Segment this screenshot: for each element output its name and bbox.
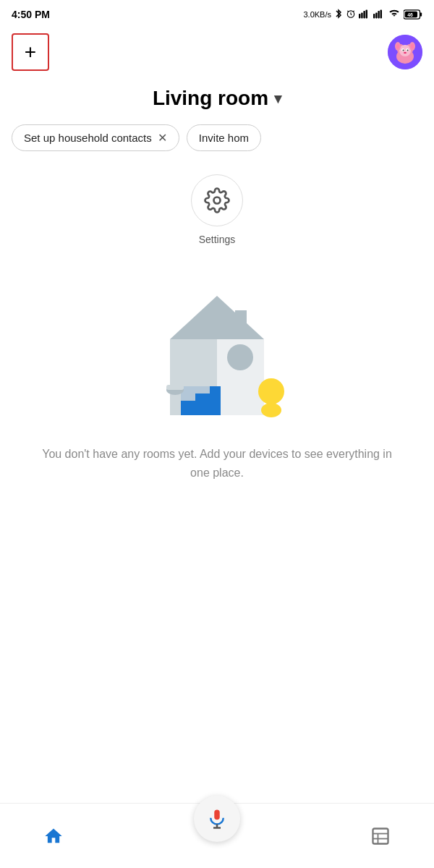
svg-rect-3	[363, 11, 365, 18]
svg-rect-39	[235, 310, 247, 332]
svg-rect-6	[375, 12, 377, 18]
menu-icon	[370, 826, 391, 846]
alarm-icon	[346, 9, 356, 20]
empty-state-text: You don't have any rooms yet. Add your d…	[0, 445, 434, 482]
svg-rect-8	[380, 9, 382, 18]
status-time: 4:50 PM	[12, 9, 50, 20]
home-title-text: Living room	[153, 87, 268, 110]
svg-point-25	[396, 44, 399, 49]
settings-label: Settings	[199, 234, 236, 245]
signal-2-icon	[373, 9, 385, 20]
status-bar: 4:50 PM 3.0KB/s 46	[0, 0, 434, 29]
home-title-section: Living room ▾	[0, 75, 434, 119]
invite-home-chip[interactable]: Invite hom	[187, 124, 261, 151]
dropdown-arrow-icon: ▾	[274, 90, 281, 107]
svg-rect-10	[420, 12, 422, 16]
bottom-nav	[0, 803, 434, 868]
empty-state: You don't have any rooms yet. Add your d…	[0, 445, 434, 482]
svg-rect-4	[366, 9, 367, 18]
battery-icon: 46	[404, 9, 422, 20]
svg-rect-7	[378, 11, 379, 18]
svg-rect-38	[166, 385, 184, 390]
chip-close-icon[interactable]: ✕	[158, 131, 167, 145]
svg-rect-2	[361, 12, 362, 18]
svg-text:46: 46	[407, 12, 413, 17]
gear-icon	[204, 187, 230, 213]
home-icon	[43, 826, 64, 846]
add-button[interactable]: +	[12, 33, 49, 71]
nav-menu[interactable]	[370, 826, 391, 846]
chip-label-1: Set up household contacts	[24, 132, 152, 144]
svg-rect-43	[373, 828, 388, 843]
wifi-icon	[388, 9, 401, 20]
svg-point-21	[407, 50, 409, 51]
settings-section: Settings	[0, 157, 434, 251]
chips-row: Set up household contacts ✕ Invite hom	[0, 119, 434, 157]
household-contacts-chip[interactable]: Set up household contacts ✕	[12, 124, 179, 151]
mic-icon	[206, 808, 228, 830]
svg-rect-31	[217, 386, 264, 415]
home-title[interactable]: Living room ▾	[153, 87, 281, 110]
mic-container	[194, 796, 240, 842]
svg-rect-28	[170, 339, 217, 386]
plus-icon: +	[25, 42, 36, 62]
svg-rect-40	[214, 810, 220, 820]
svg-point-35	[258, 378, 284, 404]
mic-button[interactable]	[194, 796, 240, 842]
svg-rect-5	[373, 14, 375, 18]
house-illustration	[123, 274, 311, 433]
nav-home[interactable]	[43, 826, 64, 846]
svg-point-17	[399, 45, 411, 56]
svg-point-26	[411, 44, 414, 49]
svg-point-36	[261, 403, 281, 417]
signal-1-icon	[359, 9, 370, 20]
svg-point-20	[403, 50, 404, 51]
svg-point-32	[227, 344, 253, 370]
status-icons: 3.0KB/s 46	[303, 9, 422, 20]
bluetooth-icon	[334, 9, 343, 20]
illustration-section	[0, 251, 434, 445]
network-speed: 3.0KB/s	[303, 10, 331, 19]
svg-marker-27	[170, 296, 264, 339]
svg-point-22	[404, 52, 407, 54]
avatar[interactable]	[388, 35, 422, 69]
top-bar: +	[0, 29, 434, 75]
settings-button[interactable]	[191, 174, 243, 226]
chip-label-2: Invite hom	[199, 132, 249, 144]
svg-rect-1	[359, 14, 360, 18]
